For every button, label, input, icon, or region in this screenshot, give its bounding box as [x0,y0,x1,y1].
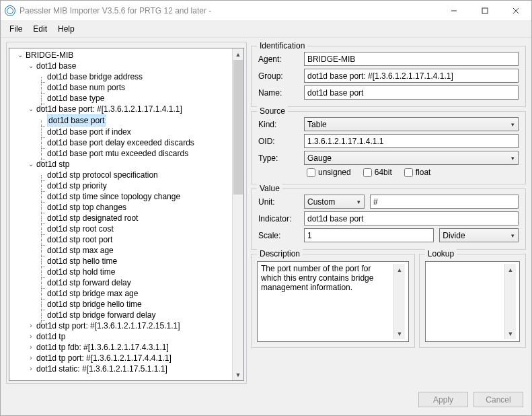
group-legend: Identification [257,41,307,50]
lookup-box[interactable]: ▲ ▼ [425,261,520,342]
tree-leaf[interactable]: dot1d stp max age [47,245,114,256]
tree-leaf[interactable]: dot1d base port delay exceeded discards [47,137,194,148]
tree-leaf[interactable]: dot1d stp priority [47,180,107,191]
tree-root[interactable]: BRIDGE-MIB [26,50,73,61]
svg-rect-1 [482,8,488,13]
tree-leaf-selected[interactable]: dot1d base port [47,114,106,127]
tree-leaf[interactable]: dot1d base port mtu exceeded discards [47,148,188,159]
tree-node[interactable]: dot1d base [36,61,76,71]
value-group: Value Unit: Custom▾ Indicator: Scale: Di… [251,188,526,250]
tree-leaf[interactable]: dot1d stp bridge forward delay [47,310,155,320]
oid-field[interactable] [304,134,519,148]
app-icon [5,5,15,16]
tree-node[interactable]: dot1d static: #[1.3.6.1.2.1.17.5.1.1.1] [36,363,167,374]
cancel-button[interactable]: Cancel [473,392,523,407]
kind-select[interactable]: Table▾ [304,117,519,131]
menu-edit[interactable]: Edit [28,22,52,36]
tree-node[interactable]: dot1d tp fdb: #[1.3.6.1.2.1.17.4.3.1.1] [36,342,169,353]
chevron-right-icon[interactable]: › [27,331,35,342]
scale-op-select[interactable]: Divide▾ [439,228,519,242]
chevron-right-icon[interactable]: › [27,363,35,374]
tree-node[interactable]: dot1d stp [36,159,69,170]
menu-file[interactable]: File [5,22,27,36]
chevron-down-icon: ▾ [511,232,515,239]
tree-leaf[interactable]: dot1d stp root cost [47,223,114,234]
tree-leaf[interactable]: dot1d base port if index [47,127,131,137]
chevron-down-icon: ▾ [511,121,515,128]
tree-leaf[interactable]: dot1d stp hello time [47,256,117,267]
unit-text-field[interactable] [370,195,519,209]
chevron-down-icon[interactable]: ⌄ [16,50,24,61]
scroll-up-icon[interactable]: ▲ [394,264,405,275]
footer: Apply Cancel [1,386,531,415]
scroll-up-icon[interactable]: ▲ [505,264,516,275]
tree-leaf[interactable]: dot1d stp time since topology change [47,191,180,202]
window-title: Paessler MIB Importer V3.5.6 for PRTG 12… [20,6,439,15]
scale-field[interactable] [304,228,434,242]
tree-leaf[interactable]: dot1d stp root port [47,234,112,245]
sixtyfourbit-checkbox[interactable]: 64bit [363,168,392,177]
scroll-down-icon[interactable]: ▼ [394,328,405,339]
maximize-button[interactable] [469,1,500,21]
detail-panel: Identification Agent: Group: Name: Sourc… [251,42,526,384]
group-legend: Source [257,106,288,116]
chevron-down-icon[interactable]: ⌄ [27,104,35,114]
tree-scrollbar[interactable]: ▲ ▼ [232,48,243,380]
minimize-button[interactable] [439,1,469,21]
close-button[interactable] [500,1,531,21]
unit-select[interactable]: Custom▾ [304,195,365,209]
kind-label: Kind: [258,120,299,129]
unit-label: Unit: [258,197,299,207]
chevron-down-icon: ▾ [511,155,515,162]
scroll-down-icon[interactable]: ▼ [505,328,516,339]
tree-leaf[interactable]: dot1d stp protocol specification [47,170,158,180]
description-scrollbar[interactable]: ▲ ▼ [393,264,405,339]
tree-leaf[interactable]: dot1d stp forward delay [47,277,131,288]
float-checkbox[interactable]: float [404,168,431,177]
tree-panel: ⌄BRIDGE-MIB ⌄dot1d base dot1d base bridg… [6,42,247,384]
lookup-scrollbar[interactable]: ▲ ▼ [504,264,516,339]
group-legend: Value [257,184,282,193]
chevron-down-icon[interactable]: ⌄ [27,159,35,170]
tree-leaf[interactable]: dot1d base type [47,93,104,104]
type-select[interactable]: Gauge▾ [304,151,519,165]
tree-node[interactable]: dot1d base port: #[1.3.6.1.2.1.17.1.4.1.… [36,104,182,114]
scroll-down-icon[interactable]: ▼ [233,369,243,380]
chevron-right-icon[interactable]: › [27,353,35,363]
group-legend: Lookup [425,249,457,258]
description-text: The port number of the port for which th… [261,264,393,339]
indicator-field[interactable] [304,211,519,226]
tree-node[interactable]: dot1d stp port: #[1.3.6.1.2.1.17.2.15.1.… [36,320,180,331]
tree-leaf[interactable]: dot1d base num ports [47,82,125,93]
source-group: Source Kind:Table▾ OID: Type:Gauge▾ unsi… [251,111,526,184]
name-field[interactable] [304,85,519,100]
tree-leaf[interactable]: dot1d stp hold time [47,267,115,277]
tree-leaf[interactable]: dot1d base bridge address [47,71,143,82]
mib-tree[interactable]: ⌄BRIDGE-MIB ⌄dot1d base dot1d base bridg… [9,48,232,380]
unsigned-checkbox[interactable]: unsigned [307,168,351,177]
menu-help[interactable]: Help [53,22,79,36]
scale-label: Scale: [258,231,299,240]
tree-node[interactable]: dot1d tp [36,331,65,342]
oid-label: OID: [258,137,299,146]
tree-leaf[interactable]: dot1d stp bridge hello time [47,299,142,310]
menubar: File Edit Help [1,21,531,38]
scroll-thumb[interactable] [233,60,243,195]
tree-leaf[interactable]: dot1d stp designated root [47,213,138,223]
lookup-group: Lookup ▲ ▼ [419,254,526,348]
tree-leaf[interactable]: dot1d stp bridge max age [47,288,138,299]
indicator-label: Indicator: [258,214,299,223]
description-box[interactable]: The port number of the port for which th… [257,261,409,342]
identification-group: Identification Agent: Group: Name: [251,46,526,107]
type-label: Type: [258,153,299,163]
tree-node[interactable]: dot1d tp port: #[1.3.6.1.2.1.17.4.4.1.1] [36,353,172,363]
tree-leaf[interactable]: dot1d stp top changes [47,202,126,213]
group-field[interactable] [304,69,519,83]
scroll-up-icon[interactable]: ▲ [233,48,243,60]
chevron-right-icon[interactable]: › [27,342,35,353]
chevron-down-icon[interactable]: ⌄ [27,61,35,71]
apply-button[interactable]: Apply [418,392,468,407]
agent-field[interactable] [304,52,519,66]
description-group: Description The port number of the port … [251,254,415,348]
chevron-right-icon[interactable]: › [27,320,35,331]
